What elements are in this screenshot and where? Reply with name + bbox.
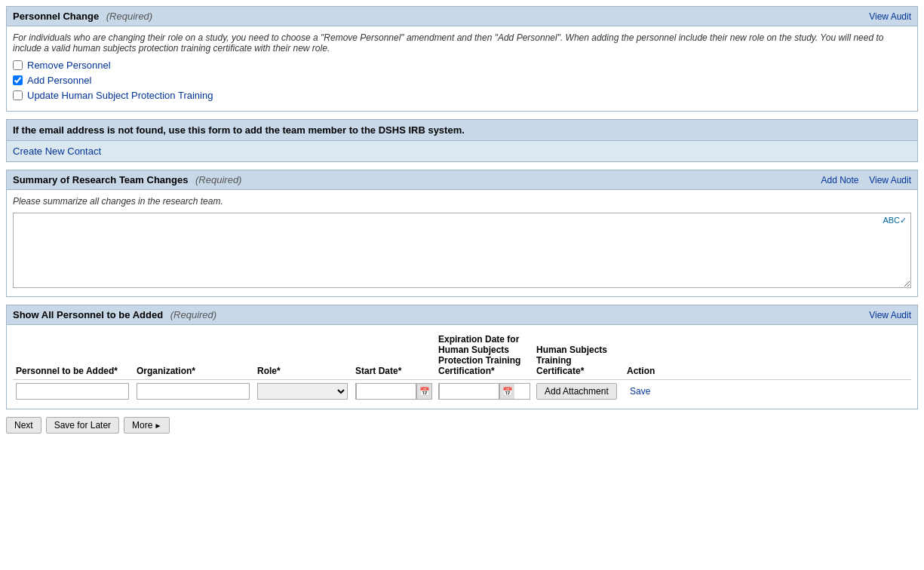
certificate-cell: Add Attachment [533, 380, 624, 403]
summary-body: Please summarize all changes in the rese… [7, 190, 917, 296]
add-personnel-checkbox[interactable] [13, 75, 23, 85]
more-label: More [132, 420, 152, 431]
col-header-organization: Organization* [134, 331, 254, 380]
add-personnel-label[interactable]: Add Personnel [27, 75, 91, 86]
next-button[interactable]: Next [6, 417, 41, 434]
organization-cell [134, 380, 254, 403]
show-all-personnel-header: Show All Personnel to be Added (Required… [7, 305, 917, 325]
personnel-table: Personnel to be Added* Organization* Rol… [13, 331, 911, 403]
update-training-row: Update Human Subject Protection Training [13, 90, 911, 101]
email-not-found-body: Create New Contact [7, 141, 917, 161]
action-cell: Save [624, 380, 911, 403]
personnel-change-body: For individuals who are changing their r… [7, 26, 917, 111]
expiration-date-input[interactable] [439, 383, 499, 400]
col-header-action: Action [624, 331, 911, 380]
more-arrow-icon: ► [154, 421, 161, 430]
remove-personnel-row: Remove Personnel [13, 60, 911, 71]
show-all-personnel-required: (Required) [170, 309, 216, 320]
summary-required: (Required) [195, 174, 241, 185]
remove-personnel-checkbox[interactable] [13, 60, 23, 70]
summary-textarea-wrap: ABC✓ [13, 213, 911, 290]
create-new-contact-link[interactable]: Create New Contact [13, 146, 101, 157]
summary-title: Summary of Research Team Changes [13, 174, 188, 185]
update-training-checkbox[interactable] [13, 90, 23, 100]
personnel-table-container: Personnel to be Added* Organization* Rol… [13, 331, 911, 403]
start-date-cell: 📅 [352, 380, 435, 403]
spellcheck-icon: ABC✓ [883, 216, 907, 225]
summary-description: Please summarize all changes in the rese… [13, 196, 911, 207]
personnel-change-required: (Required) [106, 11, 152, 22]
email-not-found-section: If the email address is not found, use t… [6, 119, 918, 162]
col-header-certificate: Human Subjects Training Certificate* [533, 331, 624, 380]
start-date-calendar-icon[interactable]: 📅 [416, 384, 431, 399]
show-all-personnel-section: Show All Personnel to be Added (Required… [6, 305, 918, 409]
add-personnel-row: Add Personnel [13, 75, 911, 86]
summary-view-audit-link[interactable]: View Audit [869, 175, 911, 185]
email-not-found-header: If the email address is not found, use t… [7, 120, 917, 141]
show-all-personnel-title: Show All Personnel to be Added [13, 309, 163, 320]
show-all-personnel-view-audit-link[interactable]: View Audit [869, 310, 911, 320]
col-header-expiration-date: Expiration Date for Human Subjects Prote… [435, 331, 533, 380]
role-select[interactable] [257, 383, 348, 400]
add-attachment-button[interactable]: Add Attachment [536, 383, 617, 400]
personnel-input[interactable] [16, 383, 129, 400]
bottom-buttons: Next Save for Later More ► [6, 417, 918, 434]
personnel-change-header: Personnel Change (Required) View Audit [7, 7, 917, 26]
personnel-cell [13, 380, 134, 403]
more-button[interactable]: More ► [124, 417, 170, 434]
expiration-date-input-wrap: 📅 [438, 383, 530, 400]
col-header-role: Role* [254, 331, 352, 380]
table-row: 📅 📅 Add Attachment [13, 380, 911, 403]
personnel-change-view-audit-link[interactable]: View Audit [869, 11, 911, 22]
personnel-table-header-row: Personnel to be Added* Organization* Rol… [13, 331, 911, 380]
col-header-personnel: Personnel to be Added* [13, 331, 134, 380]
remove-personnel-label[interactable]: Remove Personnel [27, 60, 111, 71]
summary-section: Summary of Research Team Changes (Requir… [6, 170, 918, 297]
summary-header: Summary of Research Team Changes (Requir… [7, 170, 917, 190]
personnel-change-title: Personnel Change [13, 11, 99, 22]
save-for-later-button[interactable]: Save for Later [46, 417, 119, 434]
start-date-input-wrap: 📅 [355, 383, 432, 400]
show-all-personnel-body: Personnel to be Added* Organization* Rol… [7, 325, 917, 409]
personnel-change-section: Personnel Change (Required) View Audit F… [6, 6, 918, 112]
personnel-change-description: For individuals who are changing their r… [13, 32, 911, 54]
summary-textarea[interactable] [13, 213, 911, 288]
update-training-label[interactable]: Update Human Subject Protection Training [27, 90, 213, 101]
summary-add-note-link[interactable]: Add Note [821, 175, 859, 185]
role-cell [254, 380, 352, 403]
organization-input[interactable] [137, 383, 250, 400]
start-date-input[interactable] [356, 383, 416, 400]
save-row-link[interactable]: Save [630, 386, 650, 397]
expiration-date-cell: 📅 [435, 380, 533, 403]
expiration-date-calendar-icon[interactable]: 📅 [499, 384, 514, 399]
col-header-start-date: Start Date* [352, 331, 435, 380]
